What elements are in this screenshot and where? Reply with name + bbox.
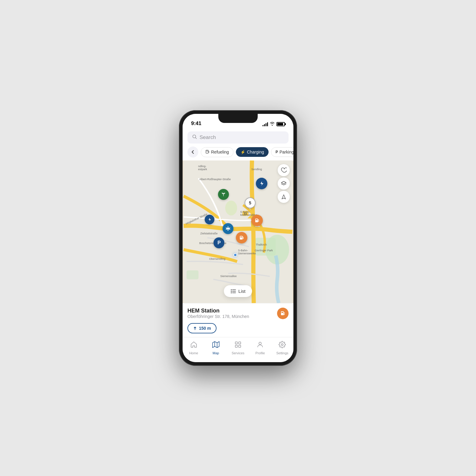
battery-icon bbox=[276, 122, 285, 126]
fuel-marker-2[interactable] bbox=[236, 232, 247, 243]
svg-text:11: 11 bbox=[244, 212, 247, 215]
parking-label: Parking bbox=[279, 150, 293, 154]
navigate-button[interactable] bbox=[278, 191, 290, 203]
services-label: Services bbox=[232, 351, 244, 355]
home-icon bbox=[190, 341, 197, 350]
svg-point-30 bbox=[284, 314, 284, 315]
fuel-marker-1[interactable] bbox=[251, 215, 263, 226]
search-section: Search bbox=[183, 129, 293, 147]
svg-rect-37 bbox=[239, 345, 241, 347]
services-icon bbox=[234, 341, 242, 350]
distance-value: 150 m bbox=[199, 326, 211, 331]
refueling-label: Refueling bbox=[211, 150, 229, 154]
station-name: HEM Station bbox=[187, 308, 249, 314]
map-controls bbox=[278, 164, 290, 203]
svg-rect-2 bbox=[206, 150, 208, 153]
svg-point-26 bbox=[231, 291, 232, 292]
charging-label: Charging bbox=[247, 150, 264, 154]
profile-icon bbox=[256, 341, 264, 350]
parking-chip-icon: P bbox=[276, 150, 278, 154]
status-time: 9:41 bbox=[191, 121, 201, 127]
search-placeholder: Search bbox=[200, 134, 216, 140]
filter-chip-refueling[interactable]: Refueling bbox=[201, 147, 233, 157]
map-icon bbox=[212, 341, 220, 350]
back-button[interactable] bbox=[187, 147, 198, 157]
profile-label: Profile bbox=[256, 351, 265, 355]
svg-rect-13 bbox=[255, 219, 258, 222]
station-card[interactable]: HEM Station Oberföhringer Str. 178, Münc… bbox=[183, 303, 293, 337]
svg-point-7 bbox=[225, 200, 237, 215]
phone-frame: 9:41 bbox=[179, 110, 297, 366]
search-bar[interactable]: Search bbox=[187, 131, 289, 144]
nav-item-home[interactable]: Home bbox=[183, 340, 205, 356]
svg-point-21 bbox=[243, 238, 243, 239]
station-type-icon bbox=[277, 308, 289, 319]
wifi-icon bbox=[270, 122, 275, 127]
filter-chip-charging[interactable]: ⚡ Charging bbox=[236, 147, 269, 157]
svg-rect-36 bbox=[235, 345, 237, 347]
filter-row: Refueling ⚡ Charging P Parking bbox=[183, 147, 293, 160]
station-address: Oberföhringer Str. 178, München bbox=[187, 314, 249, 319]
status-icons bbox=[263, 122, 285, 127]
map-label: Map bbox=[213, 351, 219, 355]
home-label: Home bbox=[189, 351, 198, 355]
settings-label: Settings bbox=[276, 351, 289, 355]
svg-rect-28 bbox=[281, 311, 284, 315]
svg-rect-20 bbox=[240, 236, 242, 237]
charging-marker-1[interactable] bbox=[256, 178, 267, 189]
bottom-nav: Home Map bbox=[183, 337, 293, 362]
svg-point-27 bbox=[231, 292, 232, 293]
nav-item-settings[interactable]: Settings bbox=[271, 340, 293, 356]
nav-item-profile[interactable]: Profile bbox=[249, 340, 271, 356]
svg-rect-29 bbox=[282, 312, 283, 313]
svg-rect-14 bbox=[256, 219, 257, 220]
favorite-button[interactable] bbox=[278, 164, 290, 176]
search-icon bbox=[192, 134, 197, 140]
service-marker[interactable] bbox=[223, 223, 233, 234]
svg-line-1 bbox=[196, 138, 197, 139]
refueling-icon bbox=[205, 150, 210, 155]
svg-marker-31 bbox=[213, 342, 219, 348]
map-area[interactable]: 11 Sendling Albert-Roßhaupter-Straße Hög… bbox=[183, 160, 293, 303]
svg-rect-8 bbox=[187, 270, 198, 279]
charging-icon: ⚡ bbox=[240, 150, 245, 154]
svg-point-39 bbox=[281, 344, 283, 345]
svg-point-25 bbox=[231, 289, 232, 290]
list-button-label: List bbox=[238, 289, 245, 294]
charging-marker-2[interactable] bbox=[205, 215, 214, 224]
nav-item-map[interactable]: Map bbox=[205, 340, 227, 356]
phone-screen: 9:41 bbox=[183, 114, 293, 362]
svg-point-38 bbox=[259, 342, 261, 345]
signal-bars-icon bbox=[263, 122, 268, 126]
list-button[interactable]: List bbox=[224, 285, 252, 297]
svg-rect-35 bbox=[239, 342, 241, 344]
layers-button[interactable] bbox=[278, 177, 290, 190]
settings-icon bbox=[279, 341, 286, 350]
distance-button[interactable]: 150 m bbox=[187, 323, 217, 333]
cluster-count: 5 bbox=[249, 200, 251, 205]
svg-rect-19 bbox=[240, 236, 243, 240]
svg-point-15 bbox=[258, 221, 259, 222]
filter-chip-parking[interactable]: P Parking bbox=[271, 147, 293, 157]
svg-point-12 bbox=[223, 193, 224, 194]
svg-rect-34 bbox=[235, 342, 237, 344]
map-background: 11 bbox=[183, 160, 293, 303]
notch bbox=[218, 114, 258, 123]
nav-item-services[interactable]: Services bbox=[227, 340, 249, 356]
